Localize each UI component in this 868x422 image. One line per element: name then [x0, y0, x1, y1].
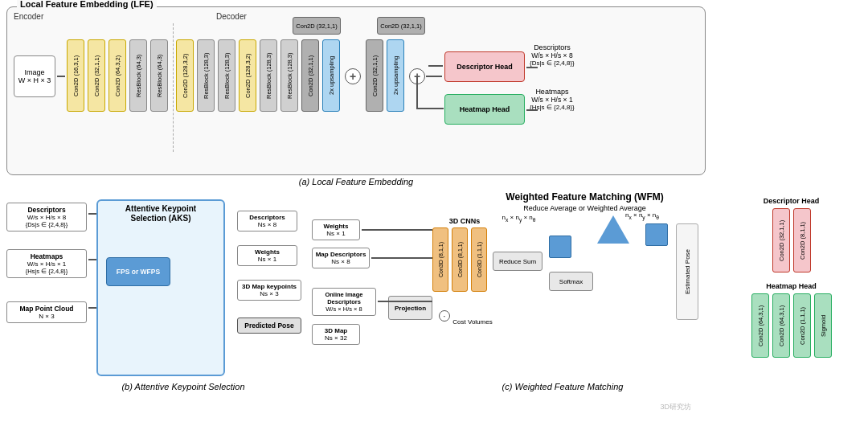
- diagram-container: Local Feature Embedding (LFE) Encoder De…: [0, 0, 868, 422]
- image-box: Image W × H × 3: [14, 55, 55, 97]
- desc-head-title: Descriptor Head: [721, 197, 862, 205]
- wfm-estimated-pose: Estimated Pose: [676, 223, 698, 320]
- block-resblock-128-2: ResBlock (128,3): [218, 39, 235, 112]
- wfm-online-desc: Online Image Descriptors W/s × H/s × 8: [312, 288, 376, 316]
- block-upsample-1: 2x upsampling: [322, 39, 340, 112]
- watermark: 3D研究坊: [660, 402, 691, 412]
- arrow-to-heads: [426, 76, 442, 77]
- image-label: Image: [24, 68, 44, 76]
- wfm-con3d-1: Con3D (8,1,1): [432, 227, 448, 292]
- lfe-title: Local Feature Embedding (LFE): [17, 0, 157, 9]
- wfm-map-desc: Map Descriptors Ns × 8: [312, 248, 370, 268]
- caption-c: (c) Weighted Feature Matching: [366, 382, 760, 391]
- block-resblock-128-4: ResBlock (128,3): [280, 39, 298, 112]
- heatmap-block-4: Sigmoid: [814, 293, 832, 358]
- predicted-pose-box: Predicted Pose: [237, 318, 301, 334]
- heatmap-output-label: Heatmaps W/s × H/s × 1 {Hs|s ∈ {2,4,8}}: [530, 88, 575, 111]
- image-dims: W × H × 3: [18, 76, 51, 84]
- wfm-con3d-2: Con3D (8,1,1): [452, 227, 468, 292]
- block-resblock-128-3: ResBlock (128,3): [260, 39, 277, 112]
- aks-box: Attentive KeypointSelection (AKS) FPS or…: [96, 199, 225, 376]
- skip-con2d-1: Con2D (32,1,1): [293, 17, 341, 35]
- aks-input-desc: Descriptors W/s × H/s × 8 {Ds|s ∈ {2,4,8…: [6, 203, 87, 231]
- arrow-img-to-blocks: [57, 76, 65, 77]
- arrow-to-heatmap-head-h: [416, 108, 444, 109]
- block-con2d-32-dark-1: Con2D (32,1,1): [301, 39, 319, 112]
- desc-output-label: Descriptors W/s × H/s × 8 {Ds|s ∈ {2,4,8…: [530, 43, 575, 67]
- lfe-section: Local Feature Embedding (LFE) Encoder De…: [6, 6, 706, 175]
- desc-block-2: Con2D (8,1,1): [793, 208, 811, 272]
- aks-out-weights: Weights Ns × 1: [237, 245, 297, 266]
- wfm-cube-2: [645, 223, 668, 246]
- block-upsample-2: 2x upsampling: [387, 39, 404, 112]
- wfm-cost-label: Cost Volumes: [432, 318, 513, 326]
- wfm-projection: Projection: [388, 296, 432, 320]
- wfm-3d-map: 3D Map Ns × 32: [312, 324, 360, 345]
- wfm-softmax: Softmax: [549, 272, 593, 291]
- wl3: [378, 301, 432, 302]
- caption-a: (a) Local Feature Embedding: [6, 177, 706, 186]
- block-resblock-64-1: ResBlock (64,3): [129, 39, 147, 112]
- aks-input-heatmap: Heatmaps W/s × H/s × 1 {Hs|s ∈ {2,4,8}}: [6, 249, 87, 278]
- wfm-dims-right: nx × ny × nθ: [625, 211, 659, 220]
- aks-title: Attentive KeypointSelection (AKS): [101, 204, 220, 223]
- wfm-triangle: [597, 215, 629, 244]
- heads-detail-section: Descriptor Head Con2D (32,1,1) Con2D (8,…: [721, 197, 862, 358]
- wfm-weights: Weights Ns × 1: [312, 219, 360, 240]
- descriptor-head-lfe: Descriptor Head: [444, 51, 525, 82]
- heatmap-block-3: Con2D (1,1,1): [793, 293, 811, 358]
- arrow-heatmap-out: [526, 109, 538, 111]
- desc-block-1: Con2D (32,1,1): [772, 208, 790, 272]
- heatmap-head-lfe: Heatmap Head: [444, 94, 525, 125]
- enc-dec-separator: [173, 23, 174, 152]
- arrow-desc-out: [526, 67, 538, 68]
- wl2: [371, 257, 432, 259]
- desc-head-blocks: Con2D (32,1,1) Con2D (8,1,1): [721, 208, 862, 272]
- block-con2d-128-32-2: Con2D (128,3,2): [239, 39, 256, 112]
- block-resblock-128-1: ResBlock (128,3): [197, 39, 215, 112]
- block-con2d-128-32: Con2D (128,3,2): [176, 39, 194, 112]
- aks-input-cloud: Map Point Cloud N × 3: [6, 301, 87, 323]
- a1: [88, 213, 96, 215]
- block-con2d-32-dark-2: Con2D (32,1,1): [366, 39, 383, 112]
- arrow-to-heatmap-head-v: [416, 76, 418, 109]
- wfm-dims-label: nx × ny × nθ: [493, 214, 545, 223]
- block-con2d-32-enc: Con2D (32,1,1): [88, 39, 105, 112]
- skip-con2d-2: Con2D (32,1,1): [377, 17, 425, 35]
- block-resblock-64-2: ResBlock (64,3): [150, 39, 168, 112]
- heatmap-block-2: Con2D (64,3,1): [772, 293, 790, 358]
- block-con2d-16: Con2D (16,3,1): [67, 39, 84, 112]
- a3: [88, 307, 96, 309]
- wfm-cube: [549, 236, 571, 258]
- encoder-label: Encoder: [14, 12, 43, 21]
- heatmap-head-blocks: Con2D (64,3,1) Con2D (64,3,1) Con2D (1,1…: [721, 293, 862, 358]
- fps-box: FPS or WFPS: [106, 257, 170, 286]
- wfm-reduce-sum: Reduce Sum: [493, 252, 542, 271]
- arrow-to-desc-head: [428, 65, 443, 67]
- a2: [88, 259, 96, 260]
- heatmap-head-title: Heatmap Head: [721, 282, 862, 290]
- caption-b: (b) Attentive Keypoint Selection: [6, 382, 360, 391]
- aks-out-keypoints: 3D Map keypoints Ns × 3: [237, 280, 301, 301]
- block-con2d-64-32: Con2D (64,3,2): [108, 39, 126, 112]
- decoder-label: Decoder: [216, 12, 247, 21]
- wfm-con3d-3: Con3D (1,1,1): [471, 227, 487, 292]
- wl1: [362, 229, 432, 231]
- wfm-3dcnns-label: 3D CNNs: [432, 217, 497, 225]
- plus-circle-1: +: [345, 68, 361, 84]
- heatmap-block-1: Con2D (64,3,1): [751, 293, 769, 358]
- aks-out-desc: Descriptors Ns × 8: [237, 211, 297, 231]
